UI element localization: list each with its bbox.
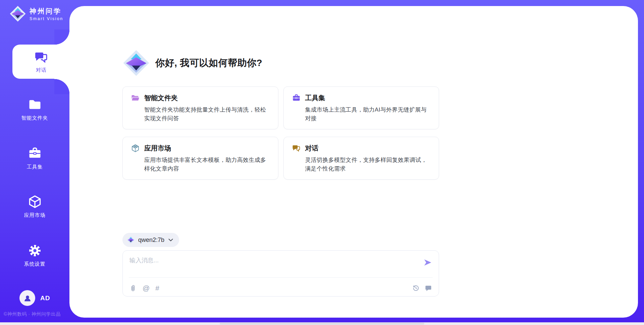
brand-subtitle: Smart Vision — [30, 16, 63, 21]
attachment-icon[interactable] — [129, 284, 137, 292]
card-description: 智能文件夹功能支持批量文件上传与清洗，轻松实现文件问答 — [144, 106, 270, 123]
send-icon[interactable] — [423, 258, 432, 267]
sidebar-item-label: 对话 — [36, 67, 47, 73]
sidebar-item-label: 工具集 — [27, 164, 43, 170]
card-smart-folder[interactable]: 智能文件夹 智能文件夹功能支持批量文件上传与清洗，轻松实现文件问答 — [122, 86, 278, 129]
card-description: 灵活切换多模型文件，支持多样回复效果调试，满足个性化需求 — [305, 156, 431, 173]
user-name: AD — [40, 295, 50, 302]
mention-icon[interactable]: @ — [143, 284, 150, 292]
composer-divider — [129, 277, 433, 278]
card-description: 集成市场上主流工具，助力AI与外界无缝扩展与对接 — [305, 106, 431, 123]
assistant-diamond-icon — [122, 49, 150, 77]
card-toolset[interactable]: 工具集 集成市场上主流工具，助力AI与外界无缝扩展与对接 — [283, 86, 439, 129]
gear-icon — [28, 243, 42, 258]
chevron-down-icon — [168, 239, 173, 242]
sidebar-item-smart-folder[interactable]: 智能文件夹 — [0, 97, 69, 121]
folder-icon — [28, 97, 42, 112]
card-chat[interactable]: 对话 灵活切换多模型文件，支持多样回复效果调试，满足个性化需求 — [283, 137, 439, 180]
active-pill-fillet-top — [54, 29, 70, 45]
model-selector[interactable]: qwen2:7b — [122, 233, 179, 247]
person-icon — [23, 294, 32, 303]
sidebar-item-chat[interactable]: 对话 — [12, 45, 70, 79]
active-pill-fillet-bottom — [54, 79, 70, 94]
hashtag-icon[interactable]: # — [155, 284, 159, 292]
chat-home: 你好, 我可以如何帮助你? 智能文件夹 智能文件夹功能支持批量文件上传与清洗，轻… — [122, 49, 439, 297]
avatar — [19, 290, 35, 306]
feature-cards: 智能文件夹 智能文件夹功能支持批量文件上传与清洗，轻松实现文件问答 工具集 集成… — [122, 86, 439, 180]
brand-diamond-icon — [9, 5, 26, 22]
sidebar-item-label: 智能文件夹 — [21, 115, 48, 121]
horizontal-scrollbar[interactable] — [0, 322, 644, 325]
model-logo-icon — [127, 236, 135, 244]
sidebar-item-toolset[interactable]: 工具集 — [0, 146, 69, 170]
scrollbar-thumb[interactable] — [220, 323, 424, 325]
folder-open-icon — [131, 93, 140, 103]
toolbox-icon — [292, 93, 301, 103]
message-composer: @ # — [122, 250, 439, 297]
message-input[interactable] — [123, 251, 439, 275]
user-account[interactable]: AD — [0, 290, 69, 306]
greeting-title: 你好, 我可以如何帮助你? — [155, 57, 262, 69]
toolbox-icon — [28, 146, 42, 161]
brand-name: 神州问学 — [30, 7, 63, 16]
composer-toolbar: @ # — [129, 284, 432, 292]
sidebar-item-label: 系统设置 — [24, 261, 46, 267]
feedback-chat-icon[interactable] — [425, 284, 432, 292]
chat-icon — [34, 50, 49, 65]
card-title: 应用市场 — [144, 144, 171, 153]
sidebar-item-app-market[interactable]: 应用市场 — [0, 194, 69, 218]
sidebar: 神州问学 Smart Vision 对话 智能文件夹 工具集 应用市场 — [0, 0, 69, 318]
cube-grid-icon — [131, 144, 140, 153]
model-name: qwen2:7b — [138, 237, 164, 244]
brand-logo: 神州问学 Smart Vision — [9, 5, 63, 22]
chat-icon — [292, 144, 301, 153]
card-app-market[interactable]: 应用市场 应用市场提供丰富长文本模板，助力高效生成多样化文章内容 — [122, 137, 278, 180]
card-title: 工具集 — [305, 93, 325, 103]
sidebar-item-settings[interactable]: 系统设置 — [0, 243, 69, 267]
sidebar-item-label: 应用市场 — [24, 212, 46, 218]
greeting: 你好, 我可以如何帮助你? — [122, 49, 439, 77]
card-title: 对话 — [305, 144, 319, 153]
history-icon[interactable] — [412, 284, 420, 292]
copyright-text: ©神州数码 · 神州问学出品 — [4, 311, 71, 317]
cube-icon — [28, 194, 42, 209]
card-title: 智能文件夹 — [144, 93, 178, 103]
card-description: 应用市场提供丰富长文本模板，助力高效生成多样化文章内容 — [144, 156, 270, 173]
